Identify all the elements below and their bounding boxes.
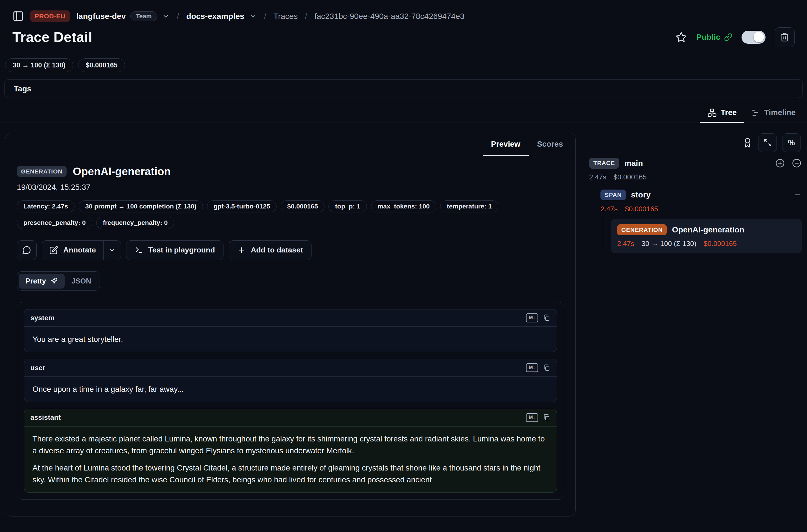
message-paragraph: Once upon a time in a galaxy far, far aw… xyxy=(33,383,548,395)
annotate-button[interactable]: Annotate xyxy=(42,241,103,260)
trace-cost: $0.000165 xyxy=(614,173,646,181)
message-card-assistant: assistant M↓ There ex xyxy=(24,409,557,493)
format-pretty-segment[interactable]: Pretty xyxy=(19,273,64,289)
breadcrumb-traces-link[interactable]: Traces xyxy=(274,12,298,21)
breadcrumb-org-selector[interactable]: langfuse-dev Team xyxy=(76,11,170,21)
presence-penalty-pill: presence_penalty: 0 xyxy=(17,217,92,229)
trash-icon xyxy=(780,33,789,42)
messages-container: system M↓ You are a g xyxy=(17,302,564,499)
percent-metrics-button[interactable]: % xyxy=(782,133,801,152)
org-name: langfuse-dev xyxy=(76,12,126,21)
markdown-toggle-icon[interactable]: M↓ xyxy=(526,314,538,322)
playground-label: Test in playground xyxy=(148,246,215,254)
delete-trace-button[interactable] xyxy=(775,27,794,47)
comment-icon xyxy=(22,245,31,255)
minus-circle-icon xyxy=(791,158,802,168)
comment-button[interactable] xyxy=(17,240,37,260)
pen-square-icon xyxy=(50,246,58,254)
sidebar-toggle-button[interactable] xyxy=(13,11,24,22)
tab-timeline[interactable]: Timeline xyxy=(744,104,803,123)
top-p-pill: top_p: 1 xyxy=(329,200,367,213)
message-content: Once upon a time in a galaxy far, far aw… xyxy=(24,377,557,402)
expand-all-button[interactable] xyxy=(775,158,785,168)
trace-badge: TRACE xyxy=(589,158,619,169)
star-trace-button[interactable] xyxy=(676,32,687,43)
message-header: user M↓ xyxy=(24,359,557,377)
breadcrumb-separator: / xyxy=(177,12,179,21)
public-toggle[interactable] xyxy=(742,31,766,44)
model-pill: gpt-3.5-turbo-0125 xyxy=(207,200,277,213)
tree-node-trace[interactable]: TRACE main xyxy=(589,158,802,169)
trace-detail-page: PROD-EU langfuse-dev Team / docs-example… xyxy=(0,0,807,532)
trace-tree-panel: % TRACE main xyxy=(583,133,802,253)
breadcrumb-trace-id: fac231bc-90ee-490a-aa32-78c4269474e3 xyxy=(314,12,465,21)
sparkles-icon xyxy=(50,277,58,285)
breadcrumb-separator: / xyxy=(305,12,307,21)
toggle-knob xyxy=(754,32,764,42)
tree-node-span[interactable]: SPAN story xyxy=(600,190,802,201)
message-header: system M↓ xyxy=(24,309,557,327)
generation-row: GENERATION OpenAI-generation xyxy=(617,224,795,235)
public-label: Public xyxy=(696,33,720,42)
token-usage-pill: 30 → 100 (Σ 130) xyxy=(5,58,73,72)
trace-summary-pills: 30 → 100 (Σ 130) $0.000165 xyxy=(0,58,807,72)
observation-metrics-pills: Latency: 2.47s 30 prompt → 100 completio… xyxy=(17,200,564,213)
add-to-dataset-button[interactable]: Add to dataset xyxy=(229,240,312,260)
annotation-queue-button[interactable] xyxy=(742,137,753,148)
tab-scores[interactable]: Scores xyxy=(529,133,571,156)
chevron-down-icon xyxy=(162,13,170,20)
panel-tabs: Preview Scores xyxy=(5,133,575,156)
message-card-user: user M↓ Once upon a t xyxy=(24,359,557,402)
observation-params-pills: presence_penalty: 0 frequency_penalty: 0 xyxy=(17,217,564,229)
tab-preview-label: Preview xyxy=(491,140,520,149)
message-content: There existed a majestic planet called L… xyxy=(24,426,557,492)
test-in-playground-button[interactable]: Test in playground xyxy=(126,240,224,260)
span-name: story xyxy=(631,190,651,200)
copy-button[interactable] xyxy=(543,314,550,322)
collapse-all-button[interactable] xyxy=(791,158,802,168)
message-paragraph: You are a great storyteller. xyxy=(33,334,548,345)
generation-tokens: 30 → 100 (Σ 130) xyxy=(642,240,697,248)
chevron-down-icon xyxy=(249,13,257,20)
plus-circle-icon xyxy=(775,158,785,168)
collapse-node-button[interactable] xyxy=(793,191,802,199)
format-json-segment[interactable]: JSON xyxy=(64,273,98,289)
expand-view-button[interactable] xyxy=(758,133,777,152)
percent-icon: % xyxy=(788,138,795,147)
tags-editor[interactable]: Tags xyxy=(4,79,803,98)
org-type-badge: Team xyxy=(130,11,157,21)
span-children: GENERATION OpenAI-generation 2.47s 30 → … xyxy=(600,219,802,253)
generation-metrics: 2.47s 30 → 100 (Σ 130) $0.000165 xyxy=(617,240,795,248)
cost-pill: $0.000165 xyxy=(78,58,125,72)
title-actions: Public xyxy=(676,27,794,47)
latency-pill: Latency: 2.47s xyxy=(17,200,75,213)
expand-icon xyxy=(764,138,772,147)
cost-pill: $0.000165 xyxy=(281,200,324,213)
tab-tree[interactable]: Tree xyxy=(700,104,744,123)
breadcrumb-project-selector[interactable]: docs-examples xyxy=(186,12,257,21)
annotate-dropdown-button[interactable] xyxy=(103,241,121,260)
frequency-penalty-pill: frequency_penalty: 0 xyxy=(96,217,174,229)
tab-preview[interactable]: Preview xyxy=(483,133,529,156)
token-usage-pill: 30 prompt → 100 completion (Σ 130) xyxy=(79,200,203,213)
observation-timestamp: 19/03/2024, 15:25:37 xyxy=(17,183,564,192)
public-share-link[interactable]: Public xyxy=(696,33,732,42)
terminal-icon xyxy=(135,246,143,254)
markdown-toggle-icon[interactable]: M↓ xyxy=(526,413,538,422)
generation-latency: 2.47s xyxy=(617,240,634,248)
copy-icon xyxy=(543,414,550,421)
award-icon xyxy=(742,137,753,148)
tree-controls xyxy=(775,158,802,168)
title-row: Trace Detail Public xyxy=(0,27,807,47)
tree-node-generation-selected[interactable]: GENERATION OpenAI-generation 2.47s 30 → … xyxy=(611,219,802,253)
message-role: system xyxy=(31,314,54,322)
copy-button[interactable] xyxy=(543,414,550,421)
temperature-pill: temperature: 1 xyxy=(440,200,498,213)
markdown-toggle-icon[interactable]: M↓ xyxy=(526,363,538,372)
copy-button[interactable] xyxy=(543,364,550,372)
add-to-dataset-label: Add to dataset xyxy=(251,246,303,254)
format-toggle: Pretty JSON xyxy=(17,271,100,290)
chevron-down-icon xyxy=(108,247,116,254)
annotate-label: Annotate xyxy=(63,246,96,254)
panel-left-icon xyxy=(13,11,24,22)
